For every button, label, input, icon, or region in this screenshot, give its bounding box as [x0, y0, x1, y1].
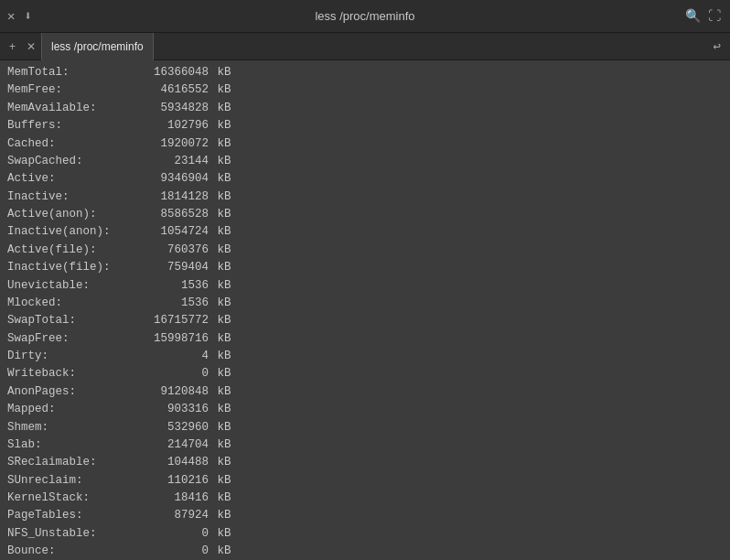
- table-row: Bounce:0 kB: [7, 543, 723, 560]
- meminfo-value: 5934828: [126, 100, 209, 117]
- tab-bar-right: ↩: [714, 38, 730, 55]
- meminfo-unit: kB: [210, 436, 231, 454]
- meminfo-value: 1054724: [126, 223, 209, 241]
- meminfo-key: MemFree:: [7, 81, 126, 99]
- meminfo-value: 0: [126, 543, 209, 560]
- title-bar-title: less /proc/meminfo: [315, 9, 414, 23]
- meminfo-key: PageTables:: [7, 507, 126, 524]
- table-row: Mlocked:1536 kB: [7, 295, 723, 312]
- active-tab[interactable]: less /proc/meminfo: [41, 32, 154, 60]
- meminfo-value: 1814128: [126, 188, 209, 206]
- meminfo-unit: kB: [210, 401, 231, 418]
- meminfo-value: 23144: [126, 153, 209, 170]
- meminfo-key: SUnreclaim:: [7, 472, 126, 490]
- table-row: Active:9346904 kB: [7, 170, 723, 188]
- meminfo-key: Active(file):: [7, 242, 126, 259]
- table-row: Cached:1920072 kB: [7, 135, 723, 153]
- meminfo-value: 16715772: [126, 312, 209, 329]
- close-button[interactable]: ✕: [7, 8, 15, 24]
- meminfo-unit: kB: [210, 170, 231, 188]
- table-row: Inactive(file):759404 kB: [7, 259, 723, 276]
- meminfo-value: 18416: [126, 490, 209, 507]
- meminfo-key: MemTotal:: [7, 64, 126, 81]
- meminfo-unit: kB: [210, 507, 231, 524]
- table-row: SwapTotal:16715772 kB: [7, 312, 723, 329]
- meminfo-key: Dirty:: [7, 348, 126, 365]
- tab-bar: + ✕ less /proc/meminfo ↩: [0, 33, 730, 60]
- meminfo-key: Cached:: [7, 135, 126, 153]
- download-button[interactable]: ⬇: [24, 8, 31, 24]
- meminfo-key: Inactive(anon):: [7, 223, 126, 241]
- meminfo-unit: kB: [210, 543, 231, 560]
- meminfo-key: Slab:: [7, 436, 126, 454]
- meminfo-key: NFS_Unstable:: [7, 525, 126, 543]
- meminfo-value: 0: [126, 525, 209, 543]
- meminfo-value: 15998716: [126, 330, 209, 348]
- meminfo-unit: kB: [210, 206, 231, 223]
- meminfo-unit: kB: [210, 81, 231, 99]
- meminfo-key: Shmem:: [7, 419, 126, 436]
- fullscreen-icon[interactable]: ⛶: [708, 9, 721, 24]
- table-row: Writeback:0 kB: [7, 365, 723, 382]
- table-row: Mapped:903316 kB: [7, 401, 723, 418]
- meminfo-key: Mlocked:: [7, 295, 126, 312]
- table-row: AnonPages:9120848 kB: [7, 383, 723, 401]
- table-row: Slab:214704 kB: [7, 436, 723, 454]
- table-row: Dirty:4 kB: [7, 348, 723, 365]
- table-row: Unevictable:1536 kB: [7, 277, 723, 295]
- title-bar-right: 🔍 ⛶: [685, 8, 730, 24]
- meminfo-value: 0: [126, 365, 209, 382]
- table-row: SwapCached:23144 kB: [7, 153, 723, 170]
- tab-close-button[interactable]: ✕: [21, 33, 41, 60]
- meminfo-unit: kB: [210, 365, 231, 382]
- meminfo-value: 214704: [126, 436, 209, 454]
- meminfo-value: 87924: [126, 507, 209, 524]
- meminfo-unit: kB: [210, 259, 231, 276]
- meminfo-key: Unevictable:: [7, 277, 126, 295]
- meminfo-unit: kB: [210, 348, 231, 365]
- meminfo-unit: kB: [210, 64, 231, 81]
- table-row: NFS_Unstable:0 kB: [7, 525, 723, 543]
- meminfo-unit: kB: [210, 223, 231, 241]
- meminfo-key: Writeback:: [7, 365, 126, 382]
- meminfo-key: Active:: [7, 170, 126, 188]
- table-row: Active(file):760376 kB: [7, 242, 723, 259]
- history-icon[interactable]: ↩: [714, 39, 721, 54]
- meminfo-unit: kB: [210, 295, 231, 312]
- meminfo-unit: kB: [210, 454, 231, 471]
- title-bar-left: ✕ ⬇: [0, 8, 73, 24]
- table-row: Inactive:1814128 kB: [7, 188, 723, 206]
- table-row: MemAvailable:5934828 kB: [7, 100, 723, 117]
- meminfo-key: MemAvailable:: [7, 100, 126, 117]
- meminfo-unit: kB: [210, 242, 231, 259]
- meminfo-value: 1536: [126, 277, 209, 295]
- meminfo-unit: kB: [210, 490, 231, 507]
- meminfo-value: 102796: [126, 117, 209, 135]
- meminfo-unit: kB: [210, 277, 231, 295]
- meminfo-unit: kB: [210, 419, 231, 436]
- table-row: Inactive(anon):1054724 kB: [7, 223, 723, 241]
- meminfo-value: 759404: [126, 259, 209, 276]
- meminfo-unit: kB: [210, 117, 231, 135]
- search-icon[interactable]: 🔍: [685, 8, 701, 24]
- meminfo-value: 532960: [126, 419, 209, 436]
- meminfo-content: MemTotal:16366048 kBMemFree:4616552 kBMe…: [0, 60, 730, 560]
- table-row: MemTotal:16366048 kB: [7, 64, 723, 81]
- meminfo-unit: kB: [210, 100, 231, 117]
- meminfo-key: SReclaimable:: [7, 454, 126, 471]
- meminfo-key: SwapCached:: [7, 153, 126, 170]
- new-tab-button[interactable]: +: [4, 33, 21, 60]
- table-row: SUnreclaim:110216 kB: [7, 472, 723, 490]
- meminfo-unit: kB: [210, 153, 231, 170]
- meminfo-value: 104488: [126, 454, 209, 471]
- meminfo-value: 16366048: [126, 64, 209, 81]
- meminfo-key: KernelStack:: [7, 490, 126, 507]
- meminfo-value: 903316: [126, 401, 209, 418]
- table-row: Shmem:532960 kB: [7, 419, 723, 436]
- meminfo-key: AnonPages:: [7, 383, 126, 401]
- meminfo-key: Buffers:: [7, 117, 126, 135]
- meminfo-key: Mapped:: [7, 401, 126, 418]
- meminfo-unit: kB: [210, 312, 231, 329]
- meminfo-unit: kB: [210, 188, 231, 206]
- table-row: KernelStack:18416 kB: [7, 490, 723, 507]
